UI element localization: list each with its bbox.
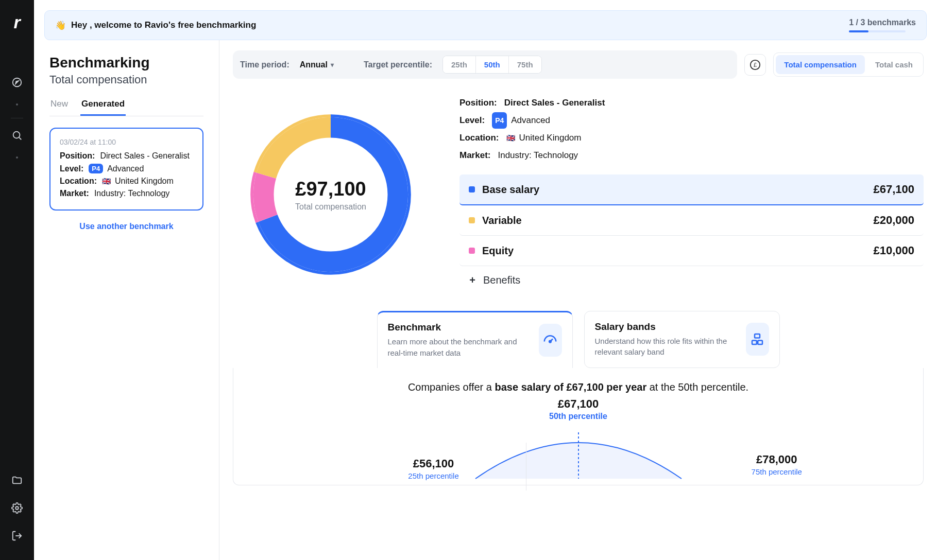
dist-p75-value: £78,000: [752, 453, 802, 466]
percentile-50[interactable]: 50th: [475, 56, 508, 73]
tab-benchmark-desc: Learn more about the benchmark and real-…: [388, 336, 531, 359]
breakdown-base-salary[interactable]: Base salary £67,100: [459, 174, 924, 205]
percentile-25[interactable]: 25th: [443, 56, 475, 73]
market-value: Industry: Technology: [498, 147, 578, 164]
card-market-label: Market:: [60, 189, 89, 198]
comp-breakdown: Base salary £67,100 Variable £20,000: [459, 174, 924, 294]
breakdown-variable-value: £20,000: [873, 214, 914, 227]
svg-line-3: [19, 137, 21, 139]
gauge-icon: [539, 324, 562, 357]
breakdown-equity[interactable]: Equity £10,000: [459, 236, 924, 266]
location-label: Location:: [459, 129, 499, 147]
currency-button[interactable]: £: [744, 54, 766, 76]
svg-rect-19: [758, 341, 762, 345]
benchmark-panel: Companies offer a base salary of £67,100…: [233, 368, 924, 485]
plus-icon: +: [469, 274, 476, 286]
left-panel: Benchmarking Total compensation New Gene…: [34, 40, 219, 560]
page-title: Benchmarking: [49, 55, 203, 71]
svg-rect-18: [752, 341, 757, 345]
svg-line-16: [550, 339, 553, 341]
nav-logout-icon[interactable]: [8, 527, 26, 545]
dist-p75-label: 75th percentile: [752, 467, 802, 476]
welcome-banner: 👋 Hey , welcome to Ravio's free benchmar…: [44, 10, 927, 40]
card-position-value: Direct Sales - Generalist: [100, 151, 189, 161]
donut-chart: £97,100 Total compensation: [233, 94, 429, 294]
time-period-dropdown[interactable]: Annual ▾: [300, 60, 334, 69]
tab-benchmark-title: Benchmark: [388, 322, 531, 333]
tab-benchmark[interactable]: Benchmark Learn more about the benchmark…: [377, 311, 573, 368]
logo: r: [13, 12, 20, 32]
distribution-chart: £67,100 50th percentile £56,100 25th per…: [249, 397, 908, 485]
tab-generated[interactable]: Generated: [80, 99, 126, 116]
breakdown-equity-value: £10,000: [873, 244, 914, 257]
svg-text:£: £: [754, 61, 757, 67]
overview: £97,100 Total compensation Position: Dir…: [233, 94, 924, 294]
swatch-base: [469, 186, 475, 192]
breakdown-base-label: Base salary: [482, 184, 539, 196]
swatch-variable: [469, 217, 475, 223]
breakdown-equity-label: Equity: [482, 245, 514, 257]
wave-icon: 👋: [55, 20, 66, 31]
location-value: United Kingdom: [519, 129, 582, 147]
nav-search-icon[interactable]: [8, 127, 26, 144]
details-panel: Position: Direct Sales - Generalist Leve…: [459, 94, 924, 294]
percentile-75[interactable]: 75th: [508, 56, 541, 73]
time-period-label: Time period:: [240, 60, 289, 69]
view-total-compensation[interactable]: Total compensation: [776, 55, 865, 74]
card-timestamp: 03/02/24 at 11:00: [60, 138, 193, 146]
dist-p25-label: 25th percentile: [356, 471, 510, 480]
bands-icon: [746, 323, 769, 356]
tab-bands-desc: Understand how this role fits within the…: [595, 336, 738, 358]
nav-compass-icon[interactable]: [8, 74, 26, 91]
lower-tabs: Benchmark Learn more about the benchmark…: [233, 311, 924, 368]
market-label: Market:: [459, 147, 490, 164]
svg-marker-1: [15, 81, 19, 84]
card-location-value: United Kingdom: [115, 177, 174, 186]
app-nav-rail: r: [0, 0, 34, 560]
donut-total-label: Total compensation: [295, 202, 366, 211]
nav-dot: [16, 156, 18, 159]
card-level-value: Advanced: [107, 164, 144, 173]
breakdown-add-benefits[interactable]: + Benefits: [459, 266, 924, 294]
level-badge: P4: [492, 112, 507, 129]
breakdown-variable-label: Variable: [482, 215, 522, 226]
percentile-label: Target percentile:: [364, 60, 432, 69]
donut-total-value: £97,100: [295, 178, 366, 200]
card-level-badge: P4: [89, 164, 103, 173]
page-subtitle: Total compensation: [49, 73, 203, 86]
benchmarks-count: 1 / 3 benchmarks: [849, 18, 916, 27]
nav-settings-icon[interactable]: [8, 499, 26, 517]
position-value: Direct Sales - Generalist: [504, 94, 605, 112]
card-market-value: Industry: Technology: [94, 189, 169, 198]
nav-separator: [11, 118, 23, 118]
banner-text: Hey , welcome to Ravio's free benchmarki…: [71, 20, 256, 30]
percentile-segmented: 25th 50th 75th: [442, 56, 542, 74]
tab-new[interactable]: New: [49, 99, 69, 116]
uk-flag-icon: 🇬🇧: [506, 131, 515, 145]
benchmark-card[interactable]: 03/02/24 at 11:00 Position: Direct Sales…: [49, 128, 203, 211]
svg-point-4: [15, 506, 19, 510]
card-location-label: Location:: [60, 177, 97, 186]
position-label: Position:: [459, 94, 497, 112]
view-total-cash[interactable]: Total cash: [867, 55, 921, 74]
dist-p50-value: £67,100: [249, 397, 908, 411]
svg-rect-17: [755, 334, 760, 338]
svg-point-2: [13, 132, 20, 138]
benchmarks-progress: [849, 30, 906, 32]
tab-bands-title: Salary bands: [595, 321, 738, 332]
toolbar: Time period: Annual ▾ Target percentile:…: [233, 50, 924, 79]
breakdown-variable[interactable]: Variable £20,000: [459, 205, 924, 236]
tab-salary-bands[interactable]: Salary bands Understand how this role fi…: [584, 311, 780, 368]
dist-p50-label: 50th percentile: [249, 412, 908, 421]
left-tabs: New Generated: [49, 99, 203, 116]
breakdown-base-value: £67,100: [873, 183, 914, 196]
use-another-benchmark-link[interactable]: Use another benchmark: [49, 222, 203, 231]
nav-dot: [16, 103, 18, 106]
dist-p25-value: £56,100: [356, 457, 510, 470]
uk-flag-icon: 🇬🇧: [102, 177, 111, 185]
level-label: Level:: [459, 112, 485, 129]
breakdown-benefits-label: Benefits: [483, 274, 520, 286]
card-position-label: Position:: [60, 151, 95, 161]
nav-folder-icon[interactable]: [8, 471, 26, 489]
card-level-label: Level:: [60, 164, 83, 173]
